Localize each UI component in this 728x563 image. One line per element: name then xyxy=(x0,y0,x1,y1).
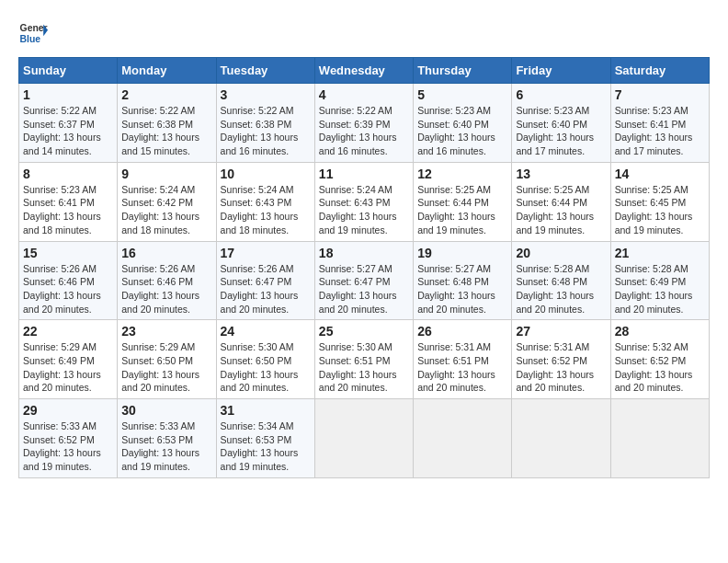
day-number: 8 xyxy=(23,167,113,181)
calendar-cell: 2 Sunrise: 5:22 AMSunset: 6:38 PMDayligh… xyxy=(118,84,216,163)
day-detail: Sunrise: 5:33 AMSunset: 6:52 PMDaylight:… xyxy=(23,420,101,472)
calendar-cell: 21 Sunrise: 5:28 AMSunset: 6:49 PMDaylig… xyxy=(610,241,709,320)
svg-text:Blue: Blue xyxy=(20,34,41,44)
day-detail: Sunrise: 5:28 AMSunset: 6:48 PMDaylight:… xyxy=(516,263,594,315)
logo-icon: General Blue xyxy=(18,18,48,48)
logo: General Blue xyxy=(18,18,48,48)
day-number: 7 xyxy=(615,87,705,102)
day-number: 28 xyxy=(615,324,705,339)
day-number: 29 xyxy=(23,403,113,418)
day-detail: Sunrise: 5:25 AMSunset: 6:45 PMDaylight:… xyxy=(615,184,693,236)
calendar-week-5: 29 Sunrise: 5:33 AMSunset: 6:52 PMDaylig… xyxy=(19,399,710,478)
day-number: 18 xyxy=(319,246,409,260)
day-detail: Sunrise: 5:29 AMSunset: 6:50 PMDaylight:… xyxy=(121,341,199,393)
calendar-cell xyxy=(512,399,610,478)
weekday-header-friday: Friday xyxy=(512,58,610,84)
calendar-cell: 20 Sunrise: 5:28 AMSunset: 6:48 PMDaylig… xyxy=(512,241,610,320)
calendar-cell: 7 Sunrise: 5:23 AMSunset: 6:41 PMDayligh… xyxy=(610,84,709,163)
day-number: 15 xyxy=(23,246,113,260)
day-detail: Sunrise: 5:25 AMSunset: 6:44 PMDaylight:… xyxy=(516,184,594,236)
day-number: 16 xyxy=(121,246,211,260)
calendar-cell: 31 Sunrise: 5:34 AMSunset: 6:53 PMDaylig… xyxy=(216,399,314,478)
day-detail: Sunrise: 5:32 AMSunset: 6:52 PMDaylight:… xyxy=(615,341,693,393)
page-header: General Blue xyxy=(18,18,710,48)
day-detail: Sunrise: 5:24 AMSunset: 6:42 PMDaylight:… xyxy=(121,184,199,236)
day-number: 11 xyxy=(319,167,409,181)
calendar-cell: 1 Sunrise: 5:22 AMSunset: 6:37 PMDayligh… xyxy=(19,84,118,163)
day-detail: Sunrise: 5:22 AMSunset: 6:37 PMDaylight:… xyxy=(23,105,101,156)
calendar-week-3: 15 Sunrise: 5:26 AMSunset: 6:46 PMDaylig… xyxy=(19,241,710,320)
weekday-header-monday: Monday xyxy=(118,58,216,84)
calendar-cell: 4 Sunrise: 5:22 AMSunset: 6:39 PMDayligh… xyxy=(314,84,413,163)
day-number: 14 xyxy=(615,167,705,181)
weekday-header-tuesday: Tuesday xyxy=(216,58,314,84)
day-detail: Sunrise: 5:31 AMSunset: 6:51 PMDaylight:… xyxy=(417,341,495,393)
calendar-cell: 10 Sunrise: 5:24 AMSunset: 6:43 PMDaylig… xyxy=(216,162,314,241)
day-number: 25 xyxy=(319,324,409,339)
calendar-table: SundayMondayTuesdayWednesdayThursdayFrid… xyxy=(18,57,710,478)
calendar-cell: 3 Sunrise: 5:22 AMSunset: 6:38 PMDayligh… xyxy=(216,84,314,163)
day-detail: Sunrise: 5:23 AMSunset: 6:40 PMDaylight:… xyxy=(516,105,594,156)
calendar-cell: 15 Sunrise: 5:26 AMSunset: 6:46 PMDaylig… xyxy=(19,241,118,320)
day-number: 17 xyxy=(221,246,311,260)
day-number: 31 xyxy=(221,403,311,418)
calendar-cell: 8 Sunrise: 5:23 AMSunset: 6:41 PMDayligh… xyxy=(19,162,118,241)
day-detail: Sunrise: 5:31 AMSunset: 6:52 PMDaylight:… xyxy=(516,341,594,393)
day-number: 27 xyxy=(516,324,606,339)
day-number: 24 xyxy=(221,324,311,339)
day-number: 6 xyxy=(516,87,606,102)
calendar-cell: 28 Sunrise: 5:32 AMSunset: 6:52 PMDaylig… xyxy=(610,320,709,399)
calendar-cell xyxy=(314,399,413,478)
calendar-cell: 9 Sunrise: 5:24 AMSunset: 6:42 PMDayligh… xyxy=(118,162,216,241)
day-number: 22 xyxy=(23,324,113,339)
calendar-week-2: 8 Sunrise: 5:23 AMSunset: 6:41 PMDayligh… xyxy=(19,162,710,241)
calendar-cell: 12 Sunrise: 5:25 AMSunset: 6:44 PMDaylig… xyxy=(414,162,512,241)
day-number: 3 xyxy=(221,87,311,102)
calendar-week-1: 1 Sunrise: 5:22 AMSunset: 6:37 PMDayligh… xyxy=(19,84,710,163)
calendar-cell: 30 Sunrise: 5:33 AMSunset: 6:53 PMDaylig… xyxy=(118,399,216,478)
calendar-cell: 11 Sunrise: 5:24 AMSunset: 6:43 PMDaylig… xyxy=(314,162,413,241)
day-detail: Sunrise: 5:30 AMSunset: 6:50 PMDaylight:… xyxy=(221,341,299,393)
weekday-header-thursday: Thursday xyxy=(414,58,512,84)
calendar-cell: 17 Sunrise: 5:26 AMSunset: 6:47 PMDaylig… xyxy=(216,241,314,320)
day-detail: Sunrise: 5:25 AMSunset: 6:44 PMDaylight:… xyxy=(417,184,495,236)
calendar-cell: 26 Sunrise: 5:31 AMSunset: 6:51 PMDaylig… xyxy=(414,320,512,399)
calendar-week-4: 22 Sunrise: 5:29 AMSunset: 6:49 PMDaylig… xyxy=(19,320,710,399)
calendar-cell xyxy=(414,399,512,478)
day-detail: Sunrise: 5:23 AMSunset: 6:41 PMDaylight:… xyxy=(615,105,693,156)
calendar-cell: 16 Sunrise: 5:26 AMSunset: 6:46 PMDaylig… xyxy=(118,241,216,320)
day-detail: Sunrise: 5:22 AMSunset: 6:38 PMDaylight:… xyxy=(121,105,199,156)
day-number: 23 xyxy=(121,324,211,339)
calendar-cell: 5 Sunrise: 5:23 AMSunset: 6:40 PMDayligh… xyxy=(414,84,512,163)
day-number: 4 xyxy=(319,87,409,102)
calendar-cell xyxy=(610,399,709,478)
day-detail: Sunrise: 5:26 AMSunset: 6:46 PMDaylight:… xyxy=(23,263,101,315)
day-detail: Sunrise: 5:34 AMSunset: 6:53 PMDaylight:… xyxy=(221,420,299,472)
day-number: 21 xyxy=(615,246,705,260)
day-number: 19 xyxy=(417,246,507,260)
day-number: 10 xyxy=(221,167,311,181)
day-number: 5 xyxy=(417,87,507,102)
day-number: 2 xyxy=(121,87,211,102)
day-number: 9 xyxy=(121,167,211,181)
calendar-cell: 6 Sunrise: 5:23 AMSunset: 6:40 PMDayligh… xyxy=(512,84,610,163)
day-detail: Sunrise: 5:22 AMSunset: 6:39 PMDaylight:… xyxy=(319,105,397,156)
day-detail: Sunrise: 5:24 AMSunset: 6:43 PMDaylight:… xyxy=(221,184,299,236)
calendar-cell: 23 Sunrise: 5:29 AMSunset: 6:50 PMDaylig… xyxy=(118,320,216,399)
day-number: 30 xyxy=(121,403,211,418)
day-number: 1 xyxy=(23,87,113,102)
day-detail: Sunrise: 5:24 AMSunset: 6:43 PMDaylight:… xyxy=(319,184,397,236)
day-number: 12 xyxy=(417,167,507,181)
calendar-cell: 27 Sunrise: 5:31 AMSunset: 6:52 PMDaylig… xyxy=(512,320,610,399)
calendar-cell: 29 Sunrise: 5:33 AMSunset: 6:52 PMDaylig… xyxy=(19,399,118,478)
day-detail: Sunrise: 5:23 AMSunset: 6:40 PMDaylight:… xyxy=(417,105,495,156)
day-detail: Sunrise: 5:27 AMSunset: 6:47 PMDaylight:… xyxy=(319,263,397,315)
calendar-cell: 18 Sunrise: 5:27 AMSunset: 6:47 PMDaylig… xyxy=(314,241,413,320)
calendar-cell: 25 Sunrise: 5:30 AMSunset: 6:51 PMDaylig… xyxy=(314,320,413,399)
calendar-cell: 19 Sunrise: 5:27 AMSunset: 6:48 PMDaylig… xyxy=(414,241,512,320)
day-detail: Sunrise: 5:26 AMSunset: 6:46 PMDaylight:… xyxy=(121,263,199,315)
day-detail: Sunrise: 5:28 AMSunset: 6:49 PMDaylight:… xyxy=(615,263,693,315)
day-detail: Sunrise: 5:29 AMSunset: 6:49 PMDaylight:… xyxy=(23,341,101,393)
day-number: 26 xyxy=(417,324,507,339)
day-detail: Sunrise: 5:33 AMSunset: 6:53 PMDaylight:… xyxy=(121,420,199,472)
